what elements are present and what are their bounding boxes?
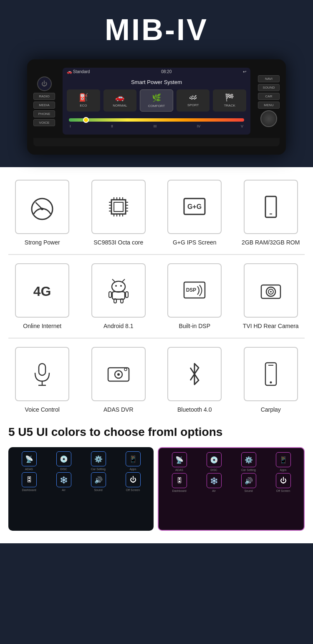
android-label: Android 8.1 — [103, 323, 134, 329]
screen-status: 🚗 Standard — [67, 69, 90, 74]
feature-strong-power: Strong Power — [8, 180, 76, 246]
divider2 — [8, 338, 305, 339]
pink-icon-adas: 📡 ADAS — [163, 452, 196, 471]
power-button[interactable]: ⏻ — [37, 76, 52, 91]
octa-core-icon-box — [91, 180, 146, 234]
bottom-title: 5 U5 UI colors to choose fromI options — [8, 421, 305, 447]
4g-label: Online Internet — [23, 323, 61, 329]
bluetooth-label: Bluetooth 4.0 — [177, 406, 212, 413]
svg-point-27 — [115, 285, 117, 287]
dark-icon-adas: 📡 ADAS — [13, 451, 45, 471]
feature-carplay: Carplay — [237, 347, 305, 413]
left-buttons: ⏻ RADIO MEDIA PHONE VOICE — [33, 68, 55, 135]
4g-icon-box: 4G — [15, 263, 69, 318]
feature-dsp: DSP Built-in DSP — [161, 263, 229, 329]
screenshot-pink-grid: 📡 ADAS 💿 DISC ⚙️ Car Setting 📱 Apps — [159, 448, 304, 496]
feature-voice: Voice Control — [8, 347, 76, 413]
svg-point-41 — [270, 291, 272, 293]
dsp-icon: DSP — [180, 276, 209, 305]
slider-marks: I II III IV V — [69, 124, 244, 128]
android-icon — [104, 276, 133, 305]
svg-point-48 — [124, 368, 127, 371]
svg-line-30 — [122, 279, 125, 282]
screenshot-dark: 📡 ADAS 💿 DISC ⚙️ Car Setting 📱 Apps — [8, 447, 154, 531]
feature-dvr: ADAS DVR — [85, 347, 153, 413]
radio-button[interactable]: RADIO — [33, 93, 55, 100]
right-knob[interactable] — [260, 110, 277, 127]
device-bottom — [33, 138, 280, 146]
camera-icon-box — [244, 263, 298, 318]
media-button[interactable]: MEDIA — [33, 102, 55, 109]
dsp-label: Built-in DSP — [179, 323, 210, 329]
svg-point-50 — [270, 382, 272, 384]
slider-area: I II III IV V — [63, 115, 250, 135]
octa-core-label: SC9853I Octa core — [93, 239, 143, 246]
camera-icon — [256, 276, 285, 305]
sport-icon: 🏎 — [181, 93, 206, 102]
svg-rect-42 — [39, 364, 45, 375]
mode-comfort[interactable]: 🌿 COMFORT — [140, 89, 173, 112]
chip-icon — [104, 192, 133, 221]
track-icon: 🏁 — [217, 93, 242, 102]
header: MIB-IV — [0, 0, 313, 55]
svg-text:G+G: G+G — [187, 203, 202, 210]
pink-icon-off-screen: ⏻ Off Screen — [267, 473, 300, 492]
feature-camera: TVI HD Rear Camera — [237, 263, 305, 329]
dark-icon-car-setting: ⚙️ Car Setting — [82, 451, 115, 471]
gg-screen-icon: G+G — [180, 192, 209, 221]
power-slider[interactable] — [69, 118, 244, 122]
device-screen: 🚗 Standard 08:20 ↩ Smart Power System ⛽ … — [63, 68, 250, 135]
mode-track[interactable]: 🏁 TRACK — [213, 89, 246, 112]
mode-sport[interactable]: 🏎 SPORT — [177, 89, 210, 112]
normal-label: NORMAL — [108, 104, 133, 107]
bluetooth-icon — [180, 359, 209, 389]
4g-icon: 4G — [28, 276, 57, 305]
svg-rect-33 — [126, 292, 128, 298]
comfort-label: COMFORT — [144, 104, 169, 108]
svg-line-1 — [36, 203, 42, 209]
normal-icon: 🚗 — [108, 93, 133, 102]
features-grid-row3: Voice Control ADAS DVR — [8, 347, 305, 413]
voice-icon-box — [15, 347, 69, 401]
storage-label: 2GB RAM/32GB ROM — [242, 239, 300, 246]
dark-icon-dashboard: 🎛 Dashboard — [13, 472, 45, 491]
phone-button[interactable]: PHONE — [33, 110, 55, 117]
gg-screen-icon-box: G+G — [167, 180, 222, 234]
svg-point-2 — [41, 208, 43, 210]
dark-icon-apps: 📱 Apps — [116, 451, 149, 471]
eco-icon: ⛽ — [71, 93, 96, 102]
car-button[interactable]: CAR — [258, 93, 280, 100]
features-grid-row1: Strong Power — [8, 180, 305, 246]
mode-normal[interactable]: 🚗 NORMAL — [103, 89, 137, 112]
voice-button[interactable]: VOICE — [33, 119, 55, 126]
eco-label: ECO — [71, 104, 96, 107]
features-section: Strong Power — [0, 167, 313, 543]
speedometer-icon — [28, 192, 57, 221]
camera-label: TVI HD Rear Camera — [243, 323, 299, 329]
strong-power-icon-box — [15, 180, 69, 234]
bluetooth-icon-box — [167, 347, 222, 401]
sound-button[interactable]: SOUND — [258, 84, 280, 91]
dvr-icon-box — [91, 347, 146, 401]
screen-back-icon[interactable]: ↩ — [243, 69, 246, 74]
svg-rect-31 — [112, 292, 125, 299]
device-frame: ⏻ RADIO MEDIA PHONE VOICE 🚗 Standard 08:… — [27, 59, 286, 155]
bottom-screenshots: 📡 ADAS 💿 DISC ⚙️ Car Setting 📱 Apps — [8, 447, 305, 531]
slider-thumb — [83, 117, 89, 123]
dark-icon-sound: 🔊 Sound — [82, 472, 115, 491]
svg-point-26 — [112, 281, 125, 292]
pink-icon-apps: 📱 Apps — [267, 452, 300, 471]
pink-icon-dashboard: 🎛 Dashboard — [163, 473, 196, 492]
mode-eco[interactable]: ⛽ ECO — [67, 89, 100, 112]
feature-storage: 2GB RAM/32GB ROM — [237, 180, 305, 246]
feature-bluetooth: Bluetooth 4.0 — [161, 347, 229, 413]
divider1 — [8, 254, 305, 255]
dark-icon-disc: 💿 DISC — [47, 451, 80, 471]
menu-button[interactable]: MENU — [258, 102, 280, 109]
bottom-section: 5 U5 UI colors to choose fromI options 📡… — [8, 413, 305, 531]
features-grid-row2: 4G Online Internet — [8, 263, 305, 329]
svg-text:DSP: DSP — [186, 287, 197, 293]
sport-label: SPORT — [181, 103, 206, 107]
phone-screen-icon — [256, 359, 285, 389]
navi-button[interactable]: NAVI — [258, 75, 280, 82]
